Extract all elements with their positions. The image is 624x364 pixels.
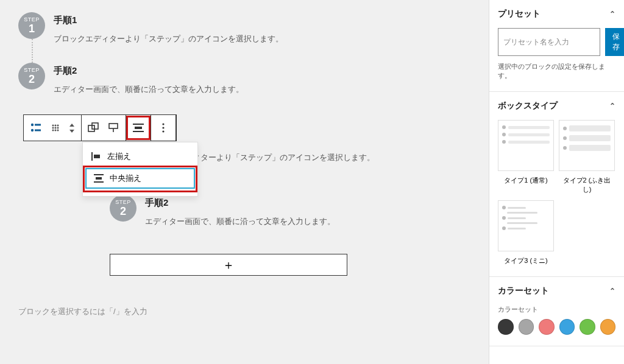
step-desc[interactable]: エディター画面で、順番に沿って文章を入力します。: [54, 84, 244, 95]
step-badge-label: STEP: [115, 200, 131, 205]
svg-point-11: [55, 130, 57, 131]
svg-rect-23: [91, 152, 93, 161]
boxtype-panel: ボックスタイプ ⌃ タイプ1 (通常) タイプ2 (ふき出し): [489, 92, 624, 277]
step-badge: STEP 2: [18, 63, 45, 89]
color-swatch[interactable]: [600, 319, 616, 335]
step-badge-label: STEP: [24, 68, 40, 73]
boxtype-thumb: [559, 120, 615, 171]
svg-point-7: [52, 127, 54, 129]
svg-point-0: [31, 124, 34, 126]
menu-item-label: 左揃え: [107, 151, 131, 162]
step-title[interactable]: 手順1: [54, 15, 283, 26]
boxtype-thumb: [498, 200, 554, 251]
preset-name-input[interactable]: [498, 28, 600, 56]
color-swatch[interactable]: [580, 319, 595, 335]
align-center-option[interactable]: 中央揃え: [85, 168, 195, 189]
settings-sidebar: プリセット ⌃ 保存 選択中のブロックの設定を保存します。 ボックスタイプ ⌃ …: [489, 0, 624, 364]
panel-toggle[interactable]: プリセット ⌃: [498, 9, 615, 19]
svg-rect-14: [92, 123, 98, 129]
step-group-a: STEP 1 手順1 ブロックエディターより「ステップ」のアイコンを選択します。…: [18, 12, 470, 113]
step-badge-number: 2: [120, 206, 126, 217]
svg-rect-3: [35, 130, 41, 131]
panel-title: ボックスタイプ: [498, 100, 558, 111]
step-item[interactable]: STEP 2 手順2 エディター画面で、順番に沿って文章を入力します。: [110, 195, 470, 245]
step-badge-number: 1: [29, 23, 35, 34]
step-title[interactable]: 手順2: [54, 65, 244, 77]
preset-save-button[interactable]: 保存: [605, 28, 624, 56]
step-desc[interactable]: ブロックエディターより「ステップ」のアイコンを選択します。: [54, 33, 283, 44]
preset-panel: プリセット ⌃ 保存 選択中のブロックの設定を保存します。: [489, 0, 624, 92]
align-left-option[interactable]: 左揃え: [83, 146, 197, 167]
step-item[interactable]: STEP 2 手順2 エディター画面で、順番に沿って文章を入力します。: [18, 63, 470, 113]
color-swatch[interactable]: [539, 319, 555, 335]
svg-point-22: [162, 130, 164, 132]
color-swatch[interactable]: [498, 319, 514, 335]
step-badge: STEP 2: [110, 195, 136, 222]
svg-rect-13: [88, 125, 94, 131]
transform-icon[interactable]: [85, 119, 102, 136]
svg-point-6: [57, 125, 59, 127]
svg-rect-26: [96, 177, 102, 180]
svg-point-12: [57, 130, 59, 131]
boxtype-caption: タイプ2 (ふき出し): [559, 176, 615, 194]
drag-handle-icon[interactable]: [47, 119, 64, 136]
chevron-up-icon: ⌃: [609, 287, 615, 295]
boxtype-option-2[interactable]: タイプ2 (ふき出し): [559, 120, 615, 194]
plus-icon: ＋: [222, 257, 235, 273]
boxtype-option-3[interactable]: タイプ3 (ミニ): [498, 200, 554, 265]
color-swatches: [498, 319, 615, 335]
panel-toggle[interactable]: カラーセット ⌃: [498, 285, 615, 296]
colorset-label: カラーセット: [498, 305, 615, 314]
block-toolbar: 左揃え 中央揃え: [23, 114, 177, 141]
svg-rect-25: [94, 174, 104, 175]
panel-title: プリセット: [498, 9, 541, 19]
add-block-button[interactable]: ＋: [110, 254, 347, 276]
mover-buttons[interactable]: [66, 119, 77, 136]
svg-point-5: [55, 125, 57, 127]
svg-point-9: [57, 127, 59, 129]
step-title[interactable]: 手順2: [145, 197, 335, 209]
block-type-icon[interactable]: [27, 119, 44, 136]
boxtype-option-1[interactable]: タイプ1 (通常): [498, 120, 554, 194]
panel-title: カラーセット: [498, 285, 549, 296]
align-button[interactable]: [130, 119, 147, 136]
slash-placeholder-hint[interactable]: ブロックを選択するには「/」を入力: [18, 306, 470, 317]
svg-rect-15: [109, 124, 118, 128]
more-options-icon[interactable]: [155, 119, 172, 136]
svg-rect-19: [133, 131, 144, 132]
chevron-up-icon: ⌃: [609, 10, 615, 18]
svg-point-21: [162, 127, 164, 128]
svg-rect-17: [133, 124, 144, 125]
step-desc[interactable]: エディター画面で、順番に沿って文章を入力します。: [145, 216, 335, 227]
svg-rect-18: [135, 127, 142, 129]
step-badge-label: STEP: [24, 17, 40, 23]
panel-toggle[interactable]: ボックスタイプ ⌃: [498, 100, 615, 111]
svg-point-4: [52, 125, 54, 127]
svg-rect-24: [94, 155, 100, 158]
boxtype-caption: タイプ1 (通常): [498, 176, 554, 185]
svg-point-20: [162, 123, 164, 125]
color-swatch[interactable]: [519, 319, 534, 335]
preset-hint: 選択中のブロックの設定を保存します。: [498, 62, 615, 80]
svg-rect-27: [94, 181, 104, 183]
color-swatch[interactable]: [559, 319, 575, 335]
step-badge-number: 2: [29, 74, 35, 85]
chevron-up-icon: ⌃: [609, 102, 615, 110]
step-item[interactable]: STEP 1 手順1 ブロックエディターより「ステップ」のアイコンを選択します。: [18, 12, 470, 63]
boxtype-caption: タイプ3 (ミニ): [498, 256, 554, 265]
svg-point-2: [31, 129, 34, 131]
svg-rect-1: [35, 124, 41, 126]
colorset-panel: カラーセット ⌃ カラーセット: [489, 277, 624, 346]
boxtype-thumb: [498, 120, 554, 171]
menu-item-label: 中央揃え: [110, 173, 141, 184]
style-icon[interactable]: [105, 119, 122, 136]
align-dropdown: 左揃え 中央揃え: [82, 142, 198, 197]
svg-point-10: [52, 130, 54, 131]
step-badge: STEP 1: [18, 12, 45, 39]
svg-point-8: [55, 127, 57, 129]
